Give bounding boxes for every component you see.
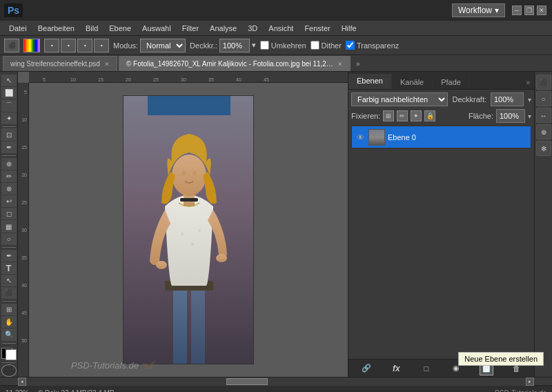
tool-path-select[interactable]: ↖ xyxy=(1,275,17,286)
menu-3d[interactable]: 3D xyxy=(243,23,262,34)
deckkraft-group: Deckkr.: ▾ xyxy=(190,39,256,52)
ruler-tick: 5 xyxy=(43,77,46,82)
pb-mask-btn[interactable]: □ xyxy=(420,362,433,375)
tab-1[interactable]: © Fotolia_14982670_XL Amir Kaljikovic - … xyxy=(119,56,351,71)
blend-mode-select[interactable]: Farbig nachbelichten xyxy=(351,92,448,106)
tool-move[interactable]: ↖ xyxy=(1,75,17,86)
tool-history[interactable]: ↩ xyxy=(1,195,17,207)
tool-eraser[interactable]: ◻ xyxy=(1,208,17,219)
menu-hilfe[interactable]: Hilfe xyxy=(337,23,362,34)
tool-marquee[interactable]: ⬜ xyxy=(1,87,17,99)
mode-btn-3[interactable]: ▪ xyxy=(77,39,92,52)
dither-label: Dither xyxy=(322,41,342,50)
umkehren-group: Umkehren xyxy=(260,41,306,50)
menu-datei[interactable]: Datei xyxy=(4,23,32,34)
dither-checkbox[interactable] xyxy=(310,41,319,50)
pb-new-layer-btn[interactable]: 📄 xyxy=(480,362,493,375)
photo-background xyxy=(124,96,253,364)
toolbar-left: ↖ ⬜ ⌒ ✦ ⊡ ✒ ⊕ ✏ ⊗ ↩ ◻ ▦ ○ ✒ T ↖ ⬛ ⊞ ✋ 🔍 xyxy=(0,72,18,377)
svg-rect-3 xyxy=(191,289,205,364)
brush-btn-1[interactable]: ⬛ xyxy=(4,39,19,52)
tool-crop[interactable]: ⊡ xyxy=(1,128,17,140)
deckkraft-label: Deckkr.: xyxy=(190,41,217,50)
panel-bottom-toolbar: 🔗 fx □ ◉ 📄 🗑 xyxy=(348,359,534,377)
ruler-tick: 45 xyxy=(21,311,27,315)
menu-bild[interactable]: Bild xyxy=(81,23,103,34)
tool-heal[interactable]: ⊕ xyxy=(1,158,17,170)
modus-label: Modus: xyxy=(113,41,138,50)
tab-pfade[interactable]: Pfade xyxy=(433,75,470,89)
tab-kanaele[interactable]: Kanäle xyxy=(392,75,433,89)
tab-0-close[interactable]: ✕ xyxy=(104,61,110,68)
scroll-left-btn[interactable]: ◂ xyxy=(18,378,26,386)
mode-btn-1[interactable]: ▪ xyxy=(44,39,59,52)
background-color[interactable] xyxy=(6,349,17,360)
menu-analyse[interactable]: Analyse xyxy=(205,23,241,34)
layer-item-0[interactable]: 👁 Ebene 0 xyxy=(352,126,531,148)
color-selector[interactable] xyxy=(1,348,17,360)
tool-gradient[interactable]: ▦ xyxy=(1,220,17,232)
statusbar: 11,22% ▸ © Dok: 23,4 MB/23,4 MB PSD-Tuto… xyxy=(0,385,552,392)
tool-zoom[interactable]: 🔍 xyxy=(1,329,17,340)
canvas-area[interactable]: 5 10 15 20 25 30 35 40 45 5 10 15 20 25 … xyxy=(18,72,348,377)
layer-visibility-0[interactable]: 👁 xyxy=(355,132,366,143)
tool-hand[interactable]: ✋ xyxy=(1,316,17,328)
umkehren-checkbox[interactable] xyxy=(260,41,269,50)
menu-auswahl[interactable]: Auswahl xyxy=(137,23,176,34)
tab-1-close[interactable]: ✕ xyxy=(337,61,343,68)
brush-preview[interactable] xyxy=(23,39,40,52)
tool-clone[interactable]: ⊗ xyxy=(1,183,17,195)
opacity-input[interactable] xyxy=(491,92,524,106)
fix-icon-4[interactable]: 🔒 xyxy=(424,110,435,121)
tool-pen[interactable]: ✒ xyxy=(1,250,17,262)
rt-btn-4[interactable]: ⊕ xyxy=(536,124,551,139)
tool-magic-wand[interactable]: ✦ xyxy=(1,112,17,124)
pb-delete-btn[interactable]: 🗑 xyxy=(509,362,523,375)
close-button[interactable]: ✕ xyxy=(537,6,546,15)
hscroll-track[interactable] xyxy=(26,378,526,386)
menu-fenster[interactable]: Fenster xyxy=(299,23,335,34)
deckkraft-input[interactable] xyxy=(219,39,250,52)
menu-filter[interactable]: Filter xyxy=(177,23,204,34)
restore-button[interactable]: ❐ xyxy=(524,6,534,15)
tool-quick-mask[interactable] xyxy=(1,364,17,377)
rt-btn-1[interactable]: ⬛ xyxy=(536,75,551,90)
scroll-right-btn[interactable]: ▸ xyxy=(526,378,534,386)
pb-fx-btn[interactable]: fx xyxy=(389,362,403,375)
pb-link-btn[interactable]: 🔗 xyxy=(359,362,373,375)
modus-select[interactable]: Normal xyxy=(140,39,186,52)
svg-point-9 xyxy=(172,155,206,196)
tool-text[interactable]: T xyxy=(1,262,17,274)
rt-btn-5[interactable]: ✻ xyxy=(536,141,551,156)
hscroll-thumb[interactable] xyxy=(226,378,268,385)
mode-btn-4[interactable]: ▪ xyxy=(94,39,109,52)
rt-btn-3[interactable]: ↔ xyxy=(536,108,551,123)
menu-ansicht[interactable]: Ansicht xyxy=(264,23,298,34)
tool-3d[interactable]: ⊞ xyxy=(1,304,17,315)
tab-overflow-btn[interactable]: » xyxy=(352,56,364,71)
tab-ebenen[interactable]: Ebenen xyxy=(348,74,392,89)
tool-brush[interactable]: ✏ xyxy=(1,170,17,182)
watermark-status: PSD-Tutorials.de xyxy=(495,389,546,392)
panel-tab-overflow[interactable]: » xyxy=(522,76,534,89)
layer-thumb-inner-0 xyxy=(369,130,384,145)
fix-icon-2[interactable]: ✏ xyxy=(397,110,408,121)
menu-bearbeiten[interactable]: Bearbeiten xyxy=(33,23,79,34)
transparenz-checkbox[interactable] xyxy=(346,41,355,50)
tool-shape[interactable]: ⬛ xyxy=(1,287,17,299)
tab-0[interactable]: wing Streifenscheineffekt.psd ✕ xyxy=(3,56,117,71)
minimize-button[interactable]: ─ xyxy=(512,6,522,15)
fix-label: Fixieren: xyxy=(351,112,380,120)
fill-input[interactable] xyxy=(496,109,525,123)
workflow-button[interactable]: Workflow ▾ xyxy=(452,3,505,17)
tool-lasso[interactable]: ⌒ xyxy=(1,99,17,111)
tool-eyedropper[interactable]: ✒ xyxy=(1,141,17,153)
fix-icon-1[interactable]: ⊞ xyxy=(383,110,394,121)
tool-sep-2 xyxy=(2,155,16,156)
rt-btn-2[interactable]: ○ xyxy=(536,91,551,106)
tool-dodge[interactable]: ○ xyxy=(1,233,17,245)
pb-adjust-btn[interactable]: ◉ xyxy=(449,362,463,375)
fix-icon-3[interactable]: ✦ xyxy=(411,110,422,121)
mode-btn-2[interactable]: ▪ xyxy=(61,39,76,52)
menu-ebene[interactable]: Ebene xyxy=(104,23,136,34)
